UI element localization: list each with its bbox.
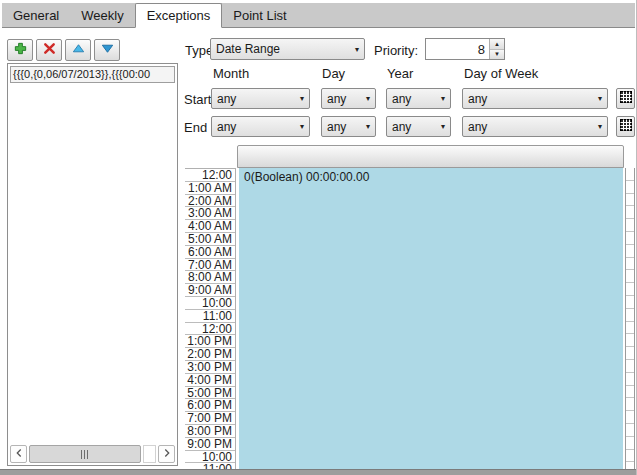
delete-exception-button[interactable]: [36, 39, 62, 61]
exception-listbox[interactable]: {{{0,{0,06/07/2013}},{{{00:00: [7, 63, 178, 466]
start-year-dropdown[interactable]: any ▾: [386, 88, 451, 109]
end-month-dropdown[interactable]: any ▾: [211, 116, 310, 137]
chevron-right-icon: [162, 447, 172, 462]
spinner-buttons: ▲ ▼: [489, 39, 504, 59]
time-label: 4:00 AM: [185, 220, 235, 233]
type-dropdown[interactable]: Date Range ▾: [210, 38, 365, 60]
chevron-down-icon: ▾: [441, 122, 445, 131]
time-label: 1:00 PM: [185, 335, 235, 348]
start-label: Start: [184, 92, 211, 107]
time-label: 3:00 PM: [185, 361, 235, 374]
add-exception-button[interactable]: [7, 39, 33, 61]
plus-icon: [13, 41, 28, 59]
column-header-year: Year: [387, 66, 413, 81]
exceptions-window: General Weekly Exceptions Point List {{{…: [0, 0, 637, 475]
time-label: 5:00 AM: [185, 233, 235, 246]
schedule-event-area[interactable]: 0(Boolean) 00:00:00.00: [239, 168, 623, 469]
scroll-right-button[interactable]: [158, 445, 175, 463]
time-label: 4:00 PM: [185, 374, 235, 387]
priority-value[interactable]: 8: [426, 39, 489, 59]
column-header-day: Day: [322, 66, 345, 81]
exception-list-item[interactable]: {{{0,{0,06/07/2013}},{{{00:00: [10, 66, 175, 83]
start-day-dropdown[interactable]: any ▾: [321, 88, 376, 109]
chevron-down-icon: ▾: [300, 122, 304, 131]
time-label: 7:00 AM: [185, 259, 235, 272]
priority-label: Priority:: [374, 43, 418, 58]
tab-general[interactable]: General: [2, 5, 70, 27]
end-year-value: any: [392, 120, 437, 134]
time-label: 2:00 PM: [185, 348, 235, 361]
time-label: 8:00 PM: [185, 425, 235, 438]
time-label: 9:00 AM: [185, 284, 235, 297]
thumb-grip-icon: [81, 450, 89, 459]
tab-weekly[interactable]: Weekly: [70, 5, 134, 27]
chevron-down-icon: ▾: [355, 45, 359, 54]
chevron-down-icon: ▾: [598, 122, 602, 131]
window-bottom-border: [0, 469, 637, 475]
triangle-down-icon: [100, 41, 115, 59]
end-day-of-week-dropdown[interactable]: any ▾: [462, 116, 608, 137]
move-up-button[interactable]: [65, 39, 91, 61]
chevron-down-icon: ▾: [598, 94, 602, 103]
spinner-down-button[interactable]: ▼: [490, 50, 504, 60]
chevron-left-icon: [14, 447, 24, 462]
time-label: 9:00 PM: [185, 438, 235, 451]
end-calendar-picker-button[interactable]: [616, 116, 635, 137]
move-down-button[interactable]: [94, 39, 120, 61]
start-calendar-picker-button[interactable]: [616, 88, 635, 109]
column-header-month: Month: [213, 66, 249, 81]
start-day-of-week-dropdown[interactable]: any ▾: [462, 88, 608, 109]
scrollbar-thumb[interactable]: [29, 445, 141, 463]
time-label: 8:00 AM: [185, 271, 235, 284]
chevron-down-icon: ▾: [441, 94, 445, 103]
end-day-value: any: [327, 120, 362, 134]
scroll-left-button[interactable]: [10, 445, 27, 463]
time-gutter: 12:00 AM1:00 AM2:00 AM3:00 AM4:00 AM5:00…: [185, 168, 236, 469]
time-label: 6:00 PM: [185, 399, 235, 412]
time-label: 7:00 PM: [185, 412, 235, 425]
time-label: 10:00 AM: [185, 297, 235, 310]
schedule-column-header: [237, 145, 624, 168]
chevron-down-icon: ▾: [366, 122, 370, 131]
start-year-value: any: [392, 92, 437, 106]
time-label: 12:00 AM: [185, 169, 235, 182]
time-label: 10:00 PM: [185, 451, 235, 464]
start-month-dropdown[interactable]: any ▾: [211, 88, 310, 109]
time-label: 11:00 AM: [185, 310, 235, 323]
end-month-value: any: [217, 120, 296, 134]
grid-calendar-icon: [620, 91, 632, 106]
start-month-value: any: [217, 92, 296, 106]
triangle-up-icon: [71, 41, 86, 59]
start-day-of-week-value: any: [468, 92, 594, 106]
tab-exceptions[interactable]: Exceptions: [135, 3, 223, 28]
type-dropdown-value: Date Range: [216, 42, 351, 56]
priority-spinner[interactable]: 8 ▲ ▼: [425, 38, 505, 60]
spinner-up-button[interactable]: ▲: [490, 39, 504, 50]
end-label: End: [184, 120, 207, 135]
end-day-of-week-value: any: [468, 120, 594, 134]
time-label: 12:00 PM: [185, 323, 235, 336]
x-icon: [42, 41, 57, 59]
tab-point-list[interactable]: Point List: [222, 5, 297, 27]
time-label: 6:00 AM: [185, 246, 235, 259]
time-label: 3:00 AM: [185, 207, 235, 220]
end-day-dropdown[interactable]: any ▾: [321, 116, 376, 137]
schedule-scrollbar-vertical[interactable]: [625, 168, 635, 469]
horizontal-scrollbar[interactable]: [10, 445, 175, 463]
chevron-down-icon: ▾: [366, 94, 370, 103]
time-label: 2:00 AM: [185, 195, 235, 208]
start-day-value: any: [327, 92, 362, 106]
end-year-dropdown[interactable]: any ▾: [386, 116, 451, 137]
schedule-event-label: 0(Boolean) 00:00:00.00: [239, 168, 623, 184]
chevron-down-icon: ▾: [300, 94, 304, 103]
tab-bar: General Weekly Exceptions Point List: [2, 3, 635, 28]
time-label: 5:00 PM: [185, 387, 235, 400]
grid-calendar-icon: [620, 119, 632, 134]
time-label: 1:00 AM: [185, 182, 235, 195]
scrollbar-track[interactable]: [143, 445, 156, 463]
column-header-day-of-week: Day of Week: [464, 66, 538, 81]
